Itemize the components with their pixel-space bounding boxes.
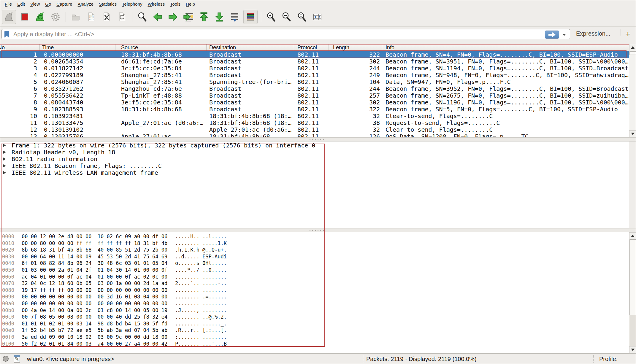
capture-options-icon[interactable]: [49, 10, 62, 24]
column-header-length[interactable]: Length: [329, 44, 382, 51]
menu-wireless[interactable]: Wireless: [145, 1, 168, 7]
menu-telephony[interactable]: Telephony: [119, 1, 145, 7]
menu-help[interactable]: Help: [183, 1, 198, 7]
packet-row-3[interactable]: 30.0118271423c:f5:cc:0e:35:84Broadcast80…: [0, 65, 629, 72]
menu-tools[interactable]: Tools: [167, 1, 183, 7]
profile-label[interactable]: Profile: Default: [599, 354, 636, 364]
start-capture-icon[interactable]: [2, 10, 16, 24]
menu-file[interactable]: File: [2, 1, 15, 7]
scroll-up-icon[interactable]: [629, 44, 636, 51]
packet-row-10[interactable]: 100.10392348118:31:bf:4b:8b:68 (18:…802.…: [0, 113, 629, 120]
go-last-packet-icon[interactable]: [212, 10, 226, 24]
cell-info: QoS Data, SN=1208, FN=0, Flags=.p.....TC: [382, 133, 629, 137]
filter-bookmark-icon[interactable]: [4, 31, 9, 38]
hex-row-0010[interactable]: 001000 00 80 00 00 00 ff ff ff ff ff ff …: [0, 240, 629, 247]
scrollbar-thumb[interactable]: [629, 51, 636, 55]
hex-row-00b0[interactable]: 00b000 4a 0e 14 00 0a 00 2c 01 c8 00 14 …: [0, 307, 629, 314]
zoom-reset-icon[interactable]: [295, 10, 309, 24]
packet-row-4[interactable]: 40.022799189Shanghai_27:85:41Broadcast80…: [0, 72, 629, 79]
display-filter-input[interactable]: Apply a display filter ... <Ctrl-/>: [1, 29, 570, 39]
column-header-no[interactable]: No.: [0, 44, 40, 51]
hex-row-0060[interactable]: 0060ac 04 01 00 00 0f ac 04 01 00 00 0f …: [0, 274, 629, 280]
expand-arrow-icon[interactable]: [3, 158, 6, 160]
go-first-packet-icon[interactable]: [197, 10, 211, 24]
scrollbar-track[interactable]: [629, 315, 636, 346]
go-back-icon[interactable]: [151, 10, 164, 24]
save-file-icon[interactable]: 0101 0110 0313: [84, 10, 98, 24]
hex-row-0080[interactable]: 008019 17 ff ff ff 00 00 00 00 00 00 00 …: [0, 287, 629, 294]
capture-comment-icon[interactable]: [14, 355, 20, 363]
menu-view[interactable]: View: [28, 1, 42, 7]
find-packet-icon[interactable]: [135, 10, 149, 24]
hex-row-00c0[interactable]: 00c000 7f 08 05 00 08 00 00 00 00 40 dd …: [0, 314, 629, 320]
packet-row-6[interactable]: 60.035271262Hangzhou_cd:7a:6eBroadcast80…: [0, 85, 629, 92]
add-filter-button[interactable]: +: [625, 26, 631, 42]
hex-pane-scrollbar[interactable]: [629, 232, 636, 353]
expression-button[interactable]: Expression...: [576, 30, 610, 37]
menu-statistics[interactable]: Statistics: [96, 1, 119, 7]
menu-go[interactable]: Go: [42, 1, 54, 7]
expand-arrow-icon[interactable]: [3, 144, 6, 147]
menu-analyze[interactable]: Analyze: [75, 1, 96, 7]
hex-row-0000[interactable]: 000000 00 12 00 2e 48 00 00 10 02 6c 09 …: [0, 233, 629, 240]
hex-row-0100[interactable]: 010050 f2 02 01 01 84 00 03 a4 00 00 27 …: [0, 341, 629, 347]
pane-splitter[interactable]: [0, 228, 636, 232]
packet-row-8[interactable]: 80.0804437403e:f5:cc:0e:35:84Broadcast80…: [0, 99, 629, 106]
colorize-packets-icon[interactable]: [243, 10, 258, 24]
reload-file-icon[interactable]: [115, 10, 129, 24]
zoom-in-icon[interactable]: [264, 10, 278, 24]
zoom-out-icon[interactable]: [280, 10, 293, 24]
expand-arrow-icon[interactable]: [3, 171, 6, 174]
detail-tree-item[interactable]: 802.11 radio information: [0, 156, 629, 163]
restart-capture-icon[interactable]: [33, 10, 47, 24]
hex-row-0070[interactable]: 007032 04 0c 12 18 60 0b 05 03 00 1a 00 …: [0, 280, 629, 287]
detail-tree-item[interactable]: Frame 1: 322 bytes on wire (2576 bits), …: [0, 142, 629, 149]
detail-tree-item[interactable]: IEEE 802.11 Beacon frame, Flags: .......…: [0, 163, 629, 169]
hex-row-0020[interactable]: 00208b 68 18 31 bf 4b 8b 68 40 00 85 51 …: [0, 247, 629, 253]
go-forward-icon[interactable]: [166, 10, 180, 24]
open-file-icon[interactable]: [69, 10, 83, 24]
column-header-info[interactable]: Info: [382, 44, 629, 51]
hex-row-00d0[interactable]: 00d001 01 01 02 01 00 03 14 98 d8 bd b4 …: [0, 320, 629, 327]
hex-row-0030[interactable]: 003000 00 64 00 11 14 00 09 45 53 50 2d …: [0, 253, 629, 260]
expand-arrow-icon[interactable]: [3, 164, 6, 167]
packet-row-1[interactable]: 10.00000000018:31:bf:4b:8b:68Broadcast80…: [0, 51, 629, 58]
hex-row-00f0[interactable]: 00f03a ed dd 09 00 10 18 02 03 00 9c 00 …: [0, 334, 629, 341]
packet-list-scrollbar[interactable]: [629, 44, 636, 137]
stop-capture-icon[interactable]: [18, 10, 31, 24]
filter-dropdown-caret[interactable]: [562, 34, 566, 36]
menu-capture[interactable]: Capture: [54, 1, 75, 7]
cell-destination: Broadcast: [207, 51, 293, 58]
packet-row-7[interactable]: 70.055536422Tp-LinkT_ef:48:88Broadcast80…: [0, 92, 629, 99]
packet-row-9[interactable]: 90.10238859318:31:bf:4b:8b:68Broadcast80…: [0, 106, 629, 113]
scroll-down-icon[interactable]: [629, 130, 636, 137]
hex-row-00a0[interactable]: 00a000 00 00 00 00 00 00 00 00 00 00 00 …: [0, 300, 629, 307]
expert-info-icon[interactable]: [3, 356, 9, 362]
packet-row-12[interactable]: 120.130139102Apple_27:01:ac (d0:a6:…802.…: [0, 126, 629, 133]
close-file-icon[interactable]: [100, 10, 113, 24]
scroll-up-icon[interactable]: [629, 232, 636, 239]
column-header-time[interactable]: Time: [40, 44, 115, 51]
expand-arrow-icon[interactable]: [3, 151, 6, 154]
detail-tree-item[interactable]: Radiotap Header v0, Length 18: [0, 149, 629, 156]
resize-columns-icon[interactable]: [310, 10, 324, 24]
apply-filter-button[interactable]: [545, 31, 559, 39]
go-to-packet-icon[interactable]: [182, 10, 195, 24]
hex-row-0050[interactable]: 005001 03 00 00 2a 01 04 2f 01 04 30 14 …: [0, 267, 629, 274]
packet-row-11[interactable]: 110.130133475Apple_27:01:ac (d0:a6:…18:3…: [0, 120, 629, 126]
detail-tree-item[interactable]: IEEE 802.11 wireless LAN management fram…: [0, 169, 629, 176]
column-header-source[interactable]: Source: [115, 44, 207, 51]
packet-row-13[interactable]: 130.130315706Apple_27:01:ac18:31:bf:4b:8…: [0, 133, 629, 137]
packet-row-5[interactable]: 50.024060087Shanghai_27:85:41Spanning-tr…: [0, 79, 629, 85]
column-header-destination[interactable]: Destination: [207, 44, 293, 51]
scrollbar-thumb[interactable]: [629, 239, 636, 315]
auto-scroll-icon[interactable]: [228, 10, 242, 24]
column-header-protocol[interactable]: Protocol: [293, 44, 329, 51]
scroll-down-icon[interactable]: [629, 346, 636, 353]
menu-edit[interactable]: Edit: [15, 1, 28, 7]
hex-row-0040[interactable]: 00406f 01 08 82 84 8b 96 24 30 48 6c 03 …: [0, 260, 629, 267]
hex-row-00e0[interactable]: 00e01f 52 b4 b5 b7 72 ae e5 5b ab 3a ed …: [0, 327, 629, 334]
packet-row-2[interactable]: 20.002654354d6:61:fe:cd:7a:6eBroadcast80…: [0, 58, 629, 65]
hex-row-0090[interactable]: 009000 00 00 00 00 00 00 00 00 3d 16 01 …: [0, 293, 629, 300]
pane-splitter[interactable]: [0, 137, 636, 142]
